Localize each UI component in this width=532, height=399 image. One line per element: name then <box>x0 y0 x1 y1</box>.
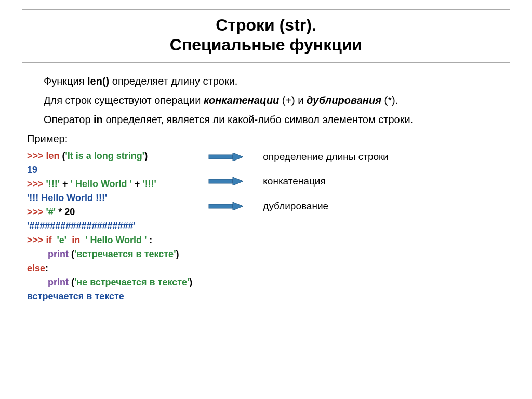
annotation-row-2: конкатенация <box>208 175 389 188</box>
prompt: >>> <box>27 179 46 189</box>
page-title: Строки (str). Специальные функции <box>22 15 510 55</box>
code-column: >>> len ('It is a long string') 19 >>> '… <box>27 149 192 303</box>
text: определяет, является ли какой-либо симво… <box>103 114 413 125</box>
keyword-if: if <box>46 235 57 245</box>
dup-keyword: дублирования <box>307 95 381 106</box>
svg-marker-1 <box>233 153 243 161</box>
keyword-else: else <box>27 263 45 273</box>
func-print: print <box>48 249 71 259</box>
annotation-text: определение длины строки <box>263 150 389 164</box>
code-line-2: 19 <box>27 163 192 177</box>
code-block: >>> len ('It is a long string') 19 >>> '… <box>27 149 505 303</box>
output-value: '####################' <box>27 221 136 231</box>
svg-rect-4 <box>209 204 233 208</box>
prompt: >>> <box>27 207 46 217</box>
indent <box>27 249 48 259</box>
code-line-5: >>> '#' * 20 <box>27 205 192 219</box>
text: определяет длину строки. <box>109 75 237 87</box>
len-keyword: len() <box>87 75 109 87</box>
string-literal: 'It is a long string' <box>65 151 145 161</box>
annotation-text: дублирование <box>263 200 328 213</box>
svg-rect-0 <box>209 155 233 159</box>
indent <box>27 277 48 287</box>
prompt: >>> <box>27 235 46 245</box>
func-len: len <box>46 151 62 161</box>
prompt: >>> <box>27 151 46 161</box>
code-line-7: >>> if 'e' in ' Hello World ' : <box>27 233 192 247</box>
slide-content: Функция len() определяет длину строки. Д… <box>0 67 532 303</box>
code-line-3: >>> '!!!' + ' Hello World ' + '!!!' <box>27 177 192 191</box>
in-keyword: in <box>94 114 103 125</box>
annotation-text: конкатенация <box>263 175 325 188</box>
code-line-4: '!!! Hello World !!!' <box>27 191 192 205</box>
arrow-icon <box>208 176 244 187</box>
arrow-icon <box>208 152 244 162</box>
annotation-row-3: дублирование <box>208 200 389 213</box>
string-literal: '!!!' <box>46 179 60 189</box>
paren: ) <box>176 249 179 259</box>
operator: * 20 <box>56 207 75 217</box>
text: (+) и <box>279 95 307 106</box>
paren: ) <box>189 277 192 287</box>
operator: + <box>60 179 71 189</box>
svg-rect-2 <box>209 179 233 183</box>
code-line-11: встречается в тексте <box>27 289 192 303</box>
arrow-icon <box>208 201 244 211</box>
string-literal: 'e' <box>57 235 67 245</box>
code-line-6: '####################' <box>27 219 192 233</box>
colon: : <box>45 263 48 273</box>
concat-keyword: конкатенации <box>204 95 279 106</box>
example-label: Пример: <box>27 132 505 146</box>
paragraph-in: Оператор in определяет, является ли како… <box>27 113 505 127</box>
code-line-9: else: <box>27 261 192 275</box>
annotation-row-1: определение длины строки <box>208 150 389 164</box>
annotations-column: определение длины строки конкатенация <box>208 149 389 213</box>
text: (*). <box>381 95 398 106</box>
title-line-2: Специальные функции <box>170 35 362 54</box>
string-literal: '#' <box>46 207 56 217</box>
svg-marker-5 <box>233 202 243 210</box>
text: Оператор <box>44 114 94 125</box>
string-literal: '!!!' <box>142 179 156 189</box>
output-value: встречается в тексте <box>27 291 124 301</box>
string-literal: 'встречается в тексте' <box>74 249 176 259</box>
string-literal: ' Hello World ' <box>85 235 147 245</box>
code-line-1: >>> len ('It is a long string') <box>27 149 192 163</box>
title-box: Строки (str). Специальные функции <box>22 9 510 63</box>
svg-marker-3 <box>233 177 243 185</box>
text: Функция <box>44 75 87 87</box>
string-literal: 'не встречается в тексте' <box>74 277 189 287</box>
func-print: print <box>48 277 71 287</box>
colon: : <box>147 235 152 245</box>
text: Для строк существуют операции <box>44 95 204 106</box>
keyword-in: in <box>66 235 85 245</box>
paragraph-len: Функция len() определяет длину строки. <box>27 74 505 88</box>
string-literal: ' Hello World ' <box>71 179 132 189</box>
output-value: 19 <box>27 165 37 175</box>
paren: ) <box>144 151 148 161</box>
paragraph-concat-dup: Для строк существуют операции конкатенац… <box>27 94 505 108</box>
code-line-10: print ('не встречается в тексте') <box>27 275 192 289</box>
code-line-8: print ('встречается в тексте') <box>27 247 192 261</box>
title-line-1: Строки (str). <box>216 16 316 34</box>
operator: + <box>132 179 143 189</box>
output-value: '!!! Hello World !!!' <box>27 193 107 203</box>
